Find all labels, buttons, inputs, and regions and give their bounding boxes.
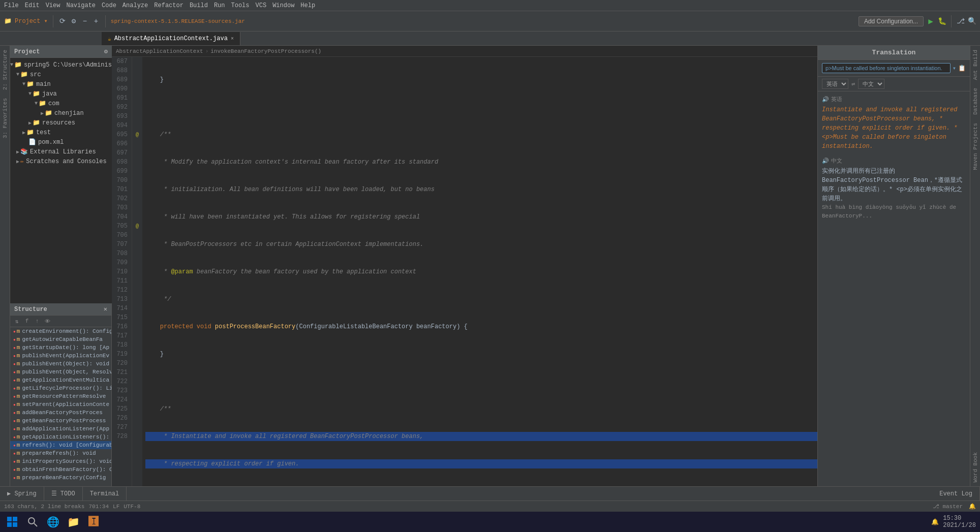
tree-item-com[interactable]: ▼ 📁 com bbox=[10, 99, 112, 108]
tree-item-scratches[interactable]: ▶ ✏ Scratches and Consoles bbox=[10, 157, 112, 166]
bottom-tab-bar: ▶ Spring ☰ TODO Terminal Event Log bbox=[0, 486, 980, 500]
menu-build[interactable]: Build bbox=[190, 2, 208, 9]
struct-item-publishEvent3[interactable]: ● m publishEvent(Object, Resolv bbox=[10, 368, 111, 376]
menu-file[interactable]: File bbox=[4, 2, 19, 9]
terminal-tab[interactable]: Terminal bbox=[83, 487, 127, 501]
speaker-icon-zh[interactable]: 🔊 bbox=[822, 158, 829, 164]
code-lines[interactable]: } /** * Modify the application context's… bbox=[142, 57, 817, 486]
status-charset[interactable]: UTF-8 bbox=[124, 504, 140, 510]
git-icon[interactable]: ⎇ bbox=[957, 17, 965, 25]
tree-item-chenjian[interactable]: ▶ 📁 chenjian bbox=[10, 108, 112, 118]
panel-settings-icon[interactable]: ⚙ bbox=[104, 48, 108, 55]
struct-item-getMulticaster[interactable]: ● m getApplicationEventMultica bbox=[10, 376, 111, 384]
word-book-strip[interactable]: Word Book bbox=[971, 448, 979, 486]
structure-strip-label[interactable]: 2: Structure bbox=[1, 46, 9, 94]
struct-item-prepareBeanFactory[interactable]: ● m prepareBeanFactory(Config bbox=[10, 474, 111, 482]
breadcrumb-method[interactable]: invokeBeanFactoryPostProcessors() bbox=[210, 48, 321, 54]
favorites-strip-label[interactable]: 3: Favorites bbox=[1, 94, 9, 142]
trans-copy-icon[interactable]: 📋 bbox=[958, 65, 966, 72]
tree-item-test[interactable]: ▶ 📁 test bbox=[10, 128, 112, 137]
menu-tools[interactable]: Tools bbox=[231, 2, 250, 9]
sync-icon[interactable]: ⟳ bbox=[58, 17, 67, 25]
translation-input[interactable] bbox=[822, 63, 951, 73]
red-dot-icon-16: ● bbox=[13, 451, 16, 456]
struct-item-getAppListeners[interactable]: ● m getApplicationListeners(): C bbox=[10, 433, 111, 441]
struct-item-refresh[interactable]: ● m refresh(): void [Configurabl bbox=[10, 441, 111, 449]
spring-tab[interactable]: ▶ Spring bbox=[0, 487, 44, 501]
collapse-icon[interactable]: − bbox=[81, 17, 89, 25]
struct-item-getStartupDate[interactable]: ● m getStartupDate(): long [Ap bbox=[10, 343, 111, 352]
database-strip[interactable]: Database bbox=[971, 84, 979, 119]
tab-close-icon[interactable]: × bbox=[231, 36, 234, 42]
inherited-icon[interactable]: ↑ bbox=[33, 317, 42, 326]
code-container[interactable]: 687 688 689 690 691 692 693 694 695 696 … bbox=[112, 57, 817, 486]
lang-swap-icon[interactable]: ⇌ bbox=[851, 80, 855, 88]
struct-item-setParent[interactable]: ● m setParent(ApplicationConte bbox=[10, 400, 111, 409]
run-icon[interactable]: ▶ bbox=[927, 17, 935, 25]
target-language-select[interactable]: 中文 bbox=[858, 79, 884, 89]
visibility-icon[interactable]: 👁 bbox=[43, 317, 52, 326]
project-selector[interactable]: 📁 Project ▾ bbox=[4, 17, 48, 25]
struct-item-getResourcePattern[interactable]: ● m getResourcePatternResolve bbox=[10, 392, 111, 400]
status-position: 701:34 bbox=[88, 504, 109, 510]
menu-navigate[interactable]: Navigate bbox=[66, 2, 96, 9]
expand-icon[interactable]: + bbox=[92, 17, 100, 25]
intellij-taskbar-icon[interactable]: 🅸 bbox=[85, 514, 102, 530]
struct-item-publishEvent2[interactable]: ● m publishEvent(Object): void [ bbox=[10, 360, 111, 368]
struct-item-addAppListener[interactable]: ● m addApplicationListener(App bbox=[10, 425, 111, 433]
menu-view[interactable]: View bbox=[46, 2, 60, 9]
struct-item-getBeanFactory[interactable]: ● m getBeanFactoryPostProcess bbox=[10, 417, 111, 425]
breadcrumb-file[interactable]: AbstractApplicationContext bbox=[116, 48, 203, 54]
run-config-button[interactable]: Add Configuration... bbox=[859, 16, 924, 26]
tree-item-pom[interactable]: 📄 pom.xml bbox=[10, 137, 112, 147]
status-lf[interactable]: LF bbox=[113, 504, 119, 510]
menu-edit[interactable]: Edit bbox=[25, 2, 40, 9]
fields-icon[interactable]: f bbox=[22, 317, 32, 326]
right-strip: Ant Build Database Maven Projects Word B… bbox=[970, 46, 980, 486]
struct-item-getLifecycle[interactable]: ● m getLifecycleProcessor(): Life bbox=[10, 384, 111, 392]
structure-close-icon[interactable]: ✕ bbox=[104, 305, 107, 313]
debug-icon[interactable]: 🐛 bbox=[938, 17, 946, 25]
struct-item-publishEvent1[interactable]: ● m publishEvent(ApplicationEv bbox=[10, 352, 111, 360]
menu-run[interactable]: Run bbox=[214, 2, 225, 9]
search-icon[interactable]: 🔍 bbox=[968, 17, 976, 25]
tab-abstract-application-context[interactable]: ☕ AbstractApplicationContext.java × bbox=[102, 32, 240, 45]
red-dot-icon-19: ● bbox=[13, 476, 16, 480]
menu-vcs[interactable]: VCS bbox=[256, 2, 267, 9]
tree-item-java[interactable]: ▼ 📁 java bbox=[10, 89, 112, 99]
tree-item-resources[interactable]: ▶ 📁 resources bbox=[10, 118, 112, 128]
menu-window[interactable]: Window bbox=[272, 2, 294, 9]
explorer-taskbar-icon[interactable]: 📁 bbox=[65, 514, 81, 530]
trans-dropdown-icon[interactable]: ▾ bbox=[953, 65, 956, 72]
struct-item-initPropertySources[interactable]: ● m initPropertySources(): void bbox=[10, 457, 111, 465]
maven-projects-strip[interactable]: Maven Projects bbox=[971, 119, 979, 174]
struct-item-getAutowire[interactable]: ● m getAutowireCapableBeanFa bbox=[10, 335, 111, 343]
menu-help[interactable]: Help bbox=[300, 2, 315, 9]
tree-item-main[interactable]: ▼ 📁 main bbox=[10, 79, 112, 89]
gutter-mark-703 bbox=[132, 121, 142, 130]
event-log-tab[interactable]: Event Log bbox=[932, 487, 980, 501]
tree-item-spring5[interactable]: ▼ 📁 spring5 C:\Users\Administrator\ bbox=[10, 60, 112, 70]
settings-icon[interactable]: ⚙ bbox=[70, 17, 78, 25]
chrome-taskbar-icon[interactable]: 🌐 bbox=[45, 514, 61, 530]
struct-item-prepareRefresh[interactable]: ● m prepareRefresh(): void bbox=[10, 449, 111, 457]
todo-tab[interactable]: ☰ TODO bbox=[44, 487, 83, 501]
tree-item-src[interactable]: ▼ 📁 src bbox=[10, 70, 112, 79]
struct-item-createEnvironment[interactable]: ● m createEnvironment(): Config bbox=[10, 327, 111, 335]
code-line-696: protected void postProcessBeanFactory(Co… bbox=[145, 322, 817, 331]
method-icon-7: m bbox=[17, 377, 20, 383]
source-language-select[interactable]: 英语 bbox=[822, 79, 848, 89]
gutter-mark-699 bbox=[132, 84, 142, 93]
menu-refactor[interactable]: Refactor bbox=[154, 2, 183, 9]
search-taskbar-icon[interactable] bbox=[24, 514, 41, 530]
windows-start-icon[interactable] bbox=[4, 514, 20, 530]
struct-item-addBeanFactory[interactable]: ● m addBeanFactoryPostProces bbox=[10, 409, 111, 417]
menu-analyze[interactable]: Analyze bbox=[122, 2, 148, 9]
ant-build-strip[interactable]: Ant Build bbox=[971, 46, 979, 84]
tree-item-external-libs[interactable]: ▶ 📚 External Libraries bbox=[10, 147, 112, 157]
struct-item-obtainFresh[interactable]: ● m obtainFreshBeanFactory(): C bbox=[10, 465, 111, 474]
menu-code[interactable]: Code bbox=[102, 2, 116, 9]
speaker-icon-en[interactable]: 🔊 bbox=[822, 96, 829, 103]
status-notification[interactable]: 🔔 bbox=[969, 503, 976, 510]
sort-icon[interactable]: ⇅ bbox=[12, 317, 21, 326]
